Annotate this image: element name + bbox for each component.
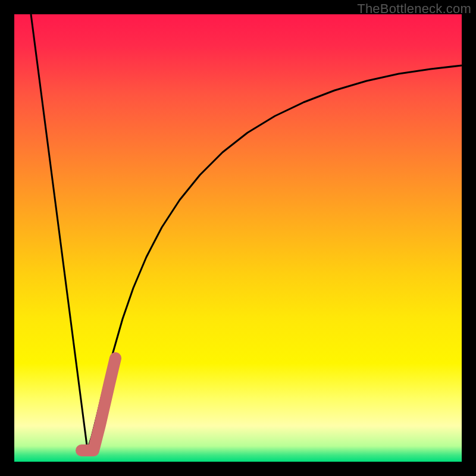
curve-layer bbox=[14, 14, 462, 462]
plot-area bbox=[14, 14, 462, 462]
bottleneck-curve bbox=[31, 14, 462, 450]
chart-stage: TheBottleneck.com bbox=[0, 0, 476, 476]
watermark-text: TheBottleneck.com bbox=[357, 1, 471, 17]
